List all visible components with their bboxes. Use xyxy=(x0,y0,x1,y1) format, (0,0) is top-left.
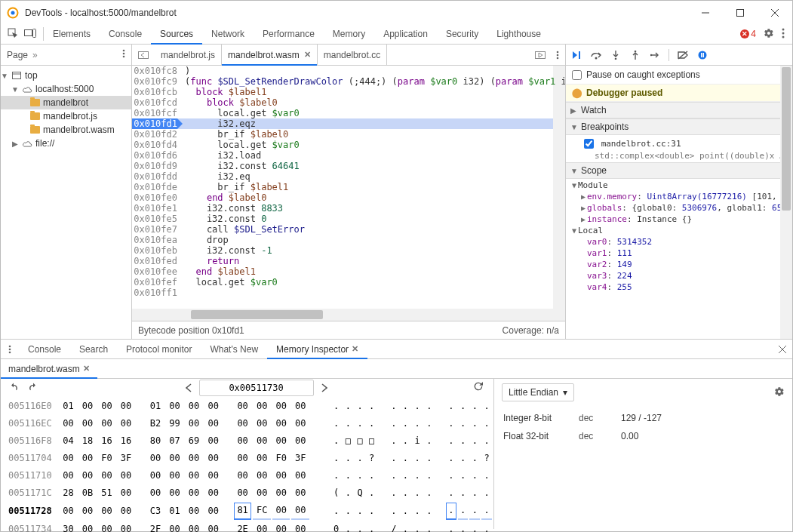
tab-sources[interactable]: Sources xyxy=(151,24,202,44)
more-icon[interactable] xyxy=(1,340,19,358)
svg-rect-8 xyxy=(33,29,36,37)
tree-file-proto[interactable]: ▶file:// xyxy=(1,137,131,150)
step-out-icon[interactable] xyxy=(629,49,641,61)
tab-console[interactable]: Console xyxy=(100,24,151,44)
svg-rect-17 xyxy=(139,51,149,58)
tab-elements[interactable]: Elements xyxy=(44,24,100,44)
hex-dump[interactable]: 005116E0010000000100000000000000........… xyxy=(1,397,493,532)
scope-instance[interactable]: ▶instance: Instance {} xyxy=(570,214,792,226)
drawer-tab[interactable]: Search xyxy=(70,340,117,358)
svg-point-27 xyxy=(635,51,637,52)
svg-point-19 xyxy=(557,51,559,53)
tree-host[interactable]: ▼localhost:5000 xyxy=(1,82,131,96)
svg-point-23 xyxy=(595,57,598,59)
scope-local[interactable]: ▼Local xyxy=(570,226,792,237)
file-tab[interactable]: mandelbrot.js xyxy=(155,45,222,65)
breakpoint-item[interactable]: mandelbrot.cc:31 std::complex<double> po… xyxy=(566,135,792,162)
close-drawer-icon[interactable] xyxy=(773,340,792,358)
close-icon[interactable]: ✕ xyxy=(83,364,90,374)
tree-file-js[interactable]: mandelbrot.js xyxy=(1,109,131,123)
tab-application[interactable]: Application xyxy=(374,24,437,44)
device-icon[interactable] xyxy=(24,29,36,40)
scope-env-memory[interactable]: ▶env.memory: Uint8Array(16777216) [101, … xyxy=(570,192,792,203)
scope-section[interactable]: ▼Scope xyxy=(566,162,792,179)
scope-var[interactable]: var2: 149 xyxy=(570,260,792,271)
resume-icon[interactable] xyxy=(570,49,582,61)
inspect-icon[interactable] xyxy=(8,28,18,41)
step-icon[interactable] xyxy=(649,49,661,61)
close-icon[interactable]: ✕ xyxy=(304,50,311,60)
drawer-tab[interactable]: Memory Inspector ✕ xyxy=(267,340,367,358)
tree-folder[interactable]: mandelbrot xyxy=(1,96,131,109)
scope-var[interactable]: var3: 224 xyxy=(570,271,792,282)
tab-lighthouse[interactable]: Lighthouse xyxy=(487,24,550,44)
svg-point-36 xyxy=(9,351,11,353)
run-snippet-icon[interactable] xyxy=(530,51,550,59)
deactivate-breakpoints-icon[interactable] xyxy=(677,49,689,61)
close-button[interactable] xyxy=(758,1,792,24)
close-icon[interactable]: ✕ xyxy=(352,344,358,354)
horizontal-scrollbar[interactable] xyxy=(132,309,565,321)
svg-rect-7 xyxy=(25,29,32,35)
svg-point-10 xyxy=(782,32,785,34)
svg-point-31 xyxy=(699,51,707,59)
endian-select[interactable]: Little Endian▾ xyxy=(502,383,574,401)
code-gutter[interactable]: 0x010fc80x010fc90x010fcb0x010fcd0x010fcf… xyxy=(132,66,182,309)
prev-page-icon[interactable] xyxy=(178,379,199,397)
svg-rect-3 xyxy=(737,9,744,16)
svg-point-11 xyxy=(782,35,785,38)
pause-caught-checkbox[interactable] xyxy=(572,70,582,80)
drawer-tab[interactable]: Protocol monitor xyxy=(117,340,201,358)
svg-point-1 xyxy=(11,11,15,14)
tab-network[interactable]: Network xyxy=(202,24,254,44)
svg-rect-32 xyxy=(701,53,702,57)
error-count-badge[interactable]: ✕ 4 xyxy=(740,29,756,39)
step-over-icon[interactable] xyxy=(590,49,602,61)
redo-icon[interactable] xyxy=(26,381,40,395)
tree-top[interactable]: ▼top xyxy=(1,69,131,82)
scope-var[interactable]: var4: 255 xyxy=(570,282,792,294)
svg-point-29 xyxy=(650,54,652,56)
maximize-button[interactable] xyxy=(723,1,758,24)
svg-rect-18 xyxy=(536,51,546,58)
drawer-tab[interactable]: Console xyxy=(19,340,70,358)
tab-performance[interactable]: Performance xyxy=(254,24,324,44)
scope-globals[interactable]: ▶globals: {global0: 5306976, global1: 65… xyxy=(570,203,792,214)
vertical-scrollbar[interactable] xyxy=(780,66,792,339)
breakpoint-checkbox[interactable] xyxy=(584,139,594,149)
svg-rect-33 xyxy=(703,53,705,57)
watch-section[interactable]: ▶Watch xyxy=(566,102,792,118)
more-icon[interactable] xyxy=(122,49,125,60)
scope-var[interactable]: var0: 5314352 xyxy=(570,237,792,248)
nav-back-icon[interactable] xyxy=(132,51,155,59)
next-page-icon[interactable] xyxy=(314,379,335,397)
tab-security[interactable]: Security xyxy=(437,24,487,44)
scope-var[interactable]: var1: 111 xyxy=(570,248,792,260)
file-tab[interactable]: mandelbrot.wasm ✕ xyxy=(222,45,318,65)
file-tab[interactable]: mandelbrot.cc xyxy=(318,45,387,65)
address-input[interactable] xyxy=(199,380,314,396)
folder-icon xyxy=(29,111,40,121)
drawer-tab[interactable]: What's New xyxy=(201,340,267,358)
tree-file-wasm[interactable]: mandelbrot.wasm xyxy=(1,123,131,137)
undo-icon[interactable] xyxy=(7,381,20,395)
memory-tab[interactable]: mandelbrot.wasm✕ xyxy=(1,359,97,378)
breakpoints-section[interactable]: ▼Breakpoints xyxy=(566,118,792,135)
svg-point-20 xyxy=(557,54,559,56)
settings-icon[interactable] xyxy=(764,28,774,41)
scope-module[interactable]: ▼Module xyxy=(570,180,792,192)
tab-memory[interactable]: Memory xyxy=(324,24,374,44)
step-into-icon[interactable] xyxy=(610,49,622,61)
refresh-icon[interactable] xyxy=(472,380,487,395)
minimize-button[interactable] xyxy=(688,1,723,24)
debugger-paused-banner: ⬤Debugger paused xyxy=(566,84,792,102)
settings-icon[interactable] xyxy=(774,386,785,399)
chevron-right-icon[interactable]: » xyxy=(32,50,38,60)
coverage-status: Coverage: n/a xyxy=(503,325,559,336)
code-editor[interactable]: )(func $SDL_SetRenderDrawColor (;444;) (… xyxy=(182,66,565,309)
bytecode-position: Bytecode position 0x10fd1 xyxy=(138,325,244,336)
more-icon[interactable] xyxy=(782,28,785,41)
pause-exceptions-icon[interactable] xyxy=(696,49,708,61)
navigator-title: Page xyxy=(7,50,28,60)
more-icon[interactable] xyxy=(550,51,565,60)
